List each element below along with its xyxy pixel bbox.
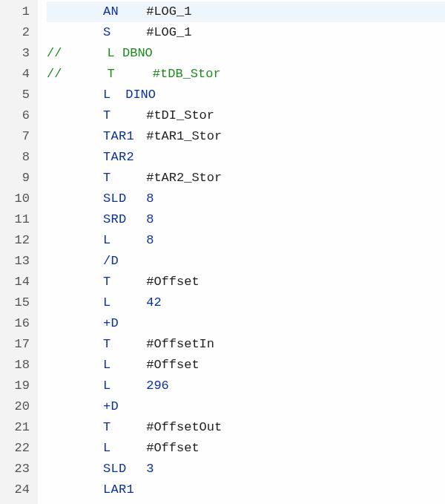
line-number: 22 — [0, 438, 37, 459]
code-line[interactable]: S #LOG_1 — [47, 22, 445, 43]
opcode: T — [103, 272, 139, 292]
line-number: 14 — [0, 272, 37, 292]
line-number: 9 — [0, 168, 37, 189]
code-line[interactable]: // L DBNO — [47, 43, 445, 64]
code-line[interactable]: T #tAR2_Stor — [47, 168, 445, 189]
opcode: SRD — [103, 209, 139, 230]
operand: DINO — [125, 88, 156, 102]
line-number: 7 — [0, 126, 37, 147]
opcode: L — [103, 438, 139, 459]
opcode: L — [103, 376, 139, 396]
opcode: T — [103, 168, 139, 189]
line-number: 19 — [0, 376, 37, 396]
operand: #tAR1_Stor — [146, 129, 222, 143]
line-number: 24 — [0, 480, 37, 500]
code-line[interactable]: L DINO — [47, 85, 445, 105]
line-number: 3 — [0, 43, 37, 64]
line-number: 2 — [0, 22, 37, 43]
opcode: SLD — [103, 189, 139, 209]
code-line[interactable]: SLD 8 — [47, 189, 445, 209]
operand: 296 — [146, 379, 169, 393]
opcode: L — [103, 355, 139, 376]
opcode: TAR1 — [103, 126, 139, 147]
line-number: 15 — [0, 292, 37, 313]
operand: #tAR2_Stor — [146, 171, 222, 185]
code-line[interactable]: +D — [47, 396, 445, 417]
code-line[interactable]: +D — [47, 313, 445, 334]
code-line[interactable]: /D — [47, 251, 445, 272]
line-number-gutter: 123456789101112131415161718192021222324 — [0, 0, 38, 504]
code-line[interactable]: T #Offset — [47, 272, 445, 292]
opcode: SLD — [103, 459, 139, 480]
code-line[interactable]: L 42 — [47, 292, 445, 313]
line-number: 16 — [0, 313, 37, 334]
code-line[interactable]: // T #tDB_Stor — [47, 64, 445, 85]
comment-text: // T #tDB_Stor — [47, 67, 221, 81]
line-number: 23 — [0, 459, 37, 480]
opcode: +D — [103, 396, 139, 417]
operand: 8 — [146, 192, 154, 206]
operand: #tDI_Stor — [146, 108, 214, 122]
code-line[interactable]: T #OffsetIn — [47, 334, 445, 355]
opcode: +D — [103, 313, 139, 334]
operand: #LOG_1 — [146, 25, 191, 39]
code-line[interactable]: L #Offset — [47, 355, 445, 376]
opcode: /D — [103, 251, 139, 272]
opcode: L — [103, 292, 139, 313]
operand: #Offset — [146, 358, 199, 372]
opcode: T — [103, 105, 139, 126]
code-line[interactable]: SLD 3 — [47, 459, 445, 480]
line-number: 11 — [0, 209, 37, 230]
opcode: T — [103, 334, 139, 355]
code-line[interactable]: TAR2 — [47, 147, 445, 168]
code-line[interactable]: SRD 8 — [47, 209, 445, 230]
operand: #Offset — [146, 441, 199, 455]
line-number: 18 — [0, 355, 37, 376]
opcode: TAR2 — [103, 147, 139, 168]
opcode: AN — [103, 1, 139, 22]
line-number: 21 — [0, 417, 37, 438]
operand: 8 — [146, 233, 154, 247]
code-editor: 123456789101112131415161718192021222324 … — [0, 0, 445, 504]
line-number: 4 — [0, 64, 37, 85]
line-number: 17 — [0, 334, 37, 355]
code-line[interactable]: L 296 — [47, 376, 445, 396]
line-number: 6 — [0, 105, 37, 126]
opcode: T — [103, 417, 139, 438]
opcode: LAR1 — [103, 480, 139, 500]
code-line[interactable]: L 8 — [47, 230, 445, 251]
code-line[interactable]: TAR1 #tAR1_Stor — [47, 126, 445, 147]
line-number: 10 — [0, 189, 37, 209]
line-number: 13 — [0, 251, 37, 272]
opcode: L — [103, 85, 118, 105]
operand: #Offset — [146, 275, 199, 289]
code-line[interactable]: T #tDI_Stor — [47, 105, 445, 126]
code-line[interactable]: LAR1 — [47, 480, 445, 500]
code-line[interactable]: T #OffsetOut — [47, 417, 445, 438]
operand: 42 — [146, 295, 161, 310]
comment-text: // L DBNO — [47, 46, 153, 60]
opcode: S — [103, 22, 139, 43]
line-number: 5 — [0, 85, 37, 105]
operand: #OffsetIn — [146, 337, 214, 351]
code-area[interactable]: AN #LOG_1S #LOG_1// L DBNO// T #tDB_Stor… — [38, 0, 445, 504]
operand: 8 — [146, 212, 154, 226]
line-number: 8 — [0, 147, 37, 168]
code-line[interactable]: AN #LOG_1 — [47, 1, 445, 22]
line-number: 12 — [0, 230, 37, 251]
operand: #OffsetOut — [146, 420, 222, 434]
operand: 3 — [146, 462, 154, 476]
opcode: L — [103, 230, 139, 251]
line-number: 20 — [0, 396, 37, 417]
operand: #LOG_1 — [146, 4, 191, 19]
line-number: 1 — [0, 1, 37, 22]
code-line[interactable]: L #Offset — [47, 438, 445, 459]
